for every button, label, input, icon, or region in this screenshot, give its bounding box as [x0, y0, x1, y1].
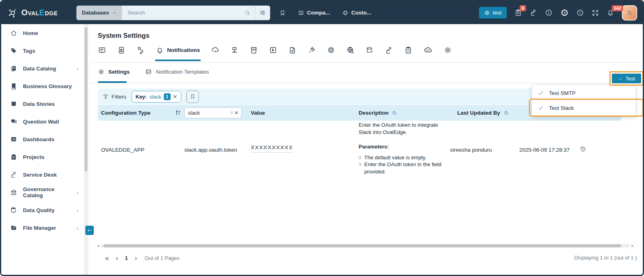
tab-security-icon[interactable]: [136, 46, 145, 54]
tab-display-settings-icon[interactable]: [98, 46, 106, 54]
hscroll-right-arrow[interactable]: ▸: [632, 243, 634, 248]
search-icon[interactable]: [504, 110, 509, 116]
save-filter-bookmark-button[interactable]: [186, 91, 199, 103]
session-test-button[interactable]: test: [479, 7, 507, 19]
next-page-icon[interactable]: ›: [135, 255, 137, 262]
cell-configuration-type: OVALEDGE_APP: [101, 147, 144, 153]
tab-settings[interactable]: Settings: [98, 68, 130, 75]
saved-searches-bookmark-icon[interactable]: [279, 10, 286, 16]
svg-text:?: ?: [579, 11, 581, 15]
catalog-pages-icon: [10, 65, 17, 72]
tab-integrations-icon[interactable]: [308, 46, 316, 54]
previous-page-icon[interactable]: ‹: [116, 255, 118, 262]
sidebar-item-data-quality[interactable]: Data Quality ›: [1, 201, 84, 219]
sidebar-item-home[interactable]: Home: [1, 24, 84, 42]
search-icon[interactable]: [244, 10, 251, 16]
help-icon[interactable]: ?: [576, 9, 584, 16]
sidebar-item-projects[interactable]: Projects: [1, 148, 84, 166]
bell-icon: [156, 46, 164, 54]
nav-link-label: Custo...: [351, 10, 372, 16]
gear-icon: [98, 68, 105, 75]
sidebar-item-tags[interactable]: Tags: [1, 42, 84, 60]
nav-link-custom[interactable]: Custo...: [342, 10, 372, 16]
search-scope-select[interactable]: Databases: [76, 6, 122, 20]
hscroll-left-arrow[interactable]: ◂: [97, 243, 99, 248]
first-page-icon[interactable]: «: [105, 255, 109, 262]
tab-users-icon[interactable]: [117, 46, 126, 54]
tab-remote-agent-icon[interactable]: [230, 46, 239, 54]
tab-notifications[interactable]: Notifications: [156, 46, 200, 54]
sidebar: Home Tags Data Catalog › Business Glossa…: [1, 24, 84, 276]
description-bullets: ɔThe default value is empty. ɔEnter the …: [359, 154, 443, 175]
filters-toggle[interactable]: Filters: [103, 94, 126, 100]
advanced-search-filters-button[interactable]: [255, 6, 270, 20]
book-icon: [298, 10, 304, 16]
column-header-description: Description: [359, 105, 397, 121]
sub-tabs: Settings Notification Templates: [98, 68, 209, 75]
user-avatar[interactable]: S: [622, 5, 637, 21]
open-book-icon: [10, 100, 17, 107]
grip-handle-icon[interactable]: ⠿: [230, 111, 232, 115]
globe-icon: [484, 10, 490, 16]
left-arrow-icon: [87, 228, 92, 233]
avatar-initial: S: [627, 9, 632, 16]
sidebar-item-data-stories[interactable]: Data Stories: [1, 95, 84, 113]
sidebar-scrollbar-thumb[interactable]: [85, 27, 87, 171]
tab-jobs-icon[interactable]: [269, 46, 277, 54]
tab-reports-icon[interactable]: [288, 46, 297, 54]
sidebar-divider: [88, 24, 88, 276]
horizontal-scrollbar-thumb[interactable]: [103, 244, 621, 247]
bookmark-icon: [190, 94, 196, 99]
menu-item-test-smtp[interactable]: Test SMTP: [532, 86, 636, 101]
key-filter-cell: ⠿ ✕: [184, 107, 242, 118]
tasks-badge: 8: [520, 5, 526, 11]
service-request-icon[interactable]: [530, 9, 537, 16]
tab-data-quality-icon[interactable]: [365, 46, 374, 54]
sidebar-collapse-button[interactable]: [85, 226, 94, 235]
chevron-down-icon: [112, 10, 117, 15]
tab-audit-icon[interactable]: [404, 46, 413, 54]
sidebar-item-dashboards[interactable]: Dashboards: [1, 130, 84, 148]
scope-value: Databases: [82, 10, 109, 16]
sidebar-item-governance-catalog[interactable]: Governance Catalog ›: [1, 183, 84, 201]
home-icon: [10, 29, 17, 37]
notifications-bell-icon[interactable]: 342: [607, 9, 614, 16]
nav-link-company[interactable]: Compa...: [298, 10, 330, 16]
pages-count-label: Out of 1 Pages: [144, 255, 180, 261]
cell-key: slack.app.oauth.token: [184, 147, 237, 153]
key-filter-input[interactable]: [188, 110, 230, 116]
ovaledge-logo[interactable]: OvalEdge: [8, 8, 58, 18]
sidebar-item-data-catalog[interactable]: Data Catalog ›: [1, 60, 84, 77]
tab-api-icon[interactable]: API: [423, 45, 433, 55]
global-search-group: Databases: [76, 5, 270, 21]
tasks-clipboard-icon[interactable]: 8: [514, 9, 522, 16]
tab-notification-templates[interactable]: Notification Templates: [145, 68, 209, 75]
version-badge-icon[interactable]: 9: [560, 8, 569, 17]
column-header-configuration-type: Configuration Type: [101, 105, 151, 121]
tab-connectors-icon[interactable]: [211, 46, 219, 54]
clear-key-filter-icon[interactable]: ✕: [234, 110, 239, 116]
tab-archive-icon[interactable]: [250, 46, 258, 54]
sidebar-item-file-manager[interactable]: File Manager ›: [1, 219, 84, 237]
info-icon[interactable]: [545, 9, 553, 16]
search-icon[interactable]: [392, 110, 397, 116]
current-page-number[interactable]: 1: [125, 255, 128, 261]
tab-system-chip-icon[interactable]: [327, 46, 335, 54]
history-icon[interactable]: [580, 146, 586, 152]
filter-chip-remove-icon[interactable]: ✕: [173, 94, 178, 100]
top-navbar: OvalEdge Databases Compa... Custo...: [1, 1, 643, 24]
filter-chip-key-slack[interactable]: Key: slack 1 ✕: [132, 91, 182, 103]
sidebar-item-service-desk[interactable]: Service Desk: [1, 166, 84, 183]
sidebar-item-question-wall[interactable]: Question Wall: [1, 113, 84, 130]
sliders-icon: [259, 9, 266, 16]
menu-item-test-slack[interactable]: Test Slack: [532, 101, 636, 115]
cell-value-editable[interactable]: XXXXXXXXXX: [251, 144, 293, 152]
search-input[interactable]: [128, 10, 244, 16]
sidebar-item-business-glossary[interactable]: Business Glossary: [1, 77, 84, 95]
tab-global-search-icon[interactable]: [346, 46, 355, 54]
sort-icon[interactable]: [174, 109, 182, 116]
test-dropdown-button[interactable]: Test: [612, 74, 641, 83]
tab-others-gear-icon[interactable]: [444, 46, 452, 54]
tab-access-icon[interactable]: [385, 46, 393, 54]
fullscreen-icon[interactable]: [592, 9, 599, 16]
